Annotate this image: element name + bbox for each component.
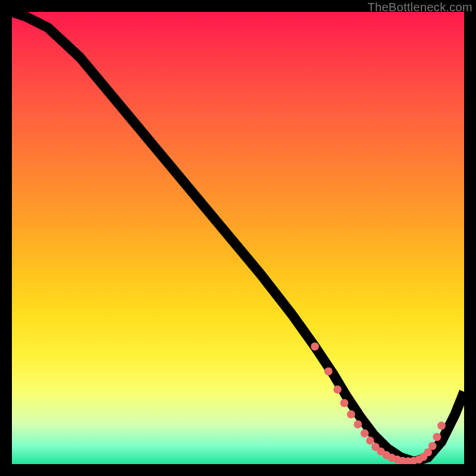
valley-dot [354,420,362,428]
valley-dot [324,367,333,375]
valley-dot [428,442,437,450]
valley-dot [333,386,342,394]
valley-dot [311,343,319,351]
valley-dot [437,422,446,430]
valley-dot [433,433,441,441]
bottleneck-curve [12,12,464,462]
chart-frame: TheBottleneck.com [0,0,476,476]
watermark-text: TheBottleneck.com [368,1,472,14]
plot-area [12,12,464,464]
valley-dots-group [311,343,445,464]
valley-dot [347,411,355,419]
chart-svg [12,12,464,464]
valley-dot [340,399,349,408]
valley-dot [361,429,369,437]
valley-dot [366,437,374,445]
